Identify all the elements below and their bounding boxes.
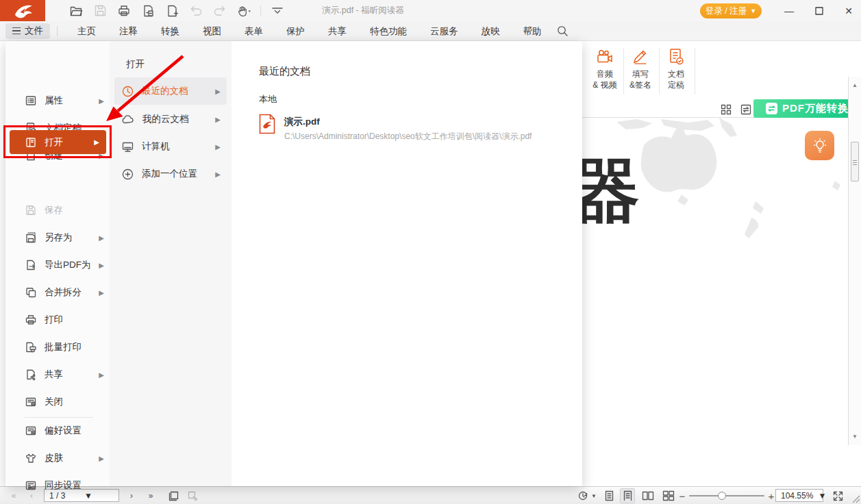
skin-tshirt-icon xyxy=(25,452,37,464)
statusbar: « ‹ 1 / 3 ▼ › » ▼ − + xyxy=(0,486,861,504)
location-cloud-documents[interactable]: 我的云文档 ▶ xyxy=(114,105,227,133)
tab-help[interactable]: 帮助 xyxy=(512,21,553,41)
close-document-icon xyxy=(25,396,37,408)
tab-cloud[interactable]: 云服务 xyxy=(419,21,470,41)
add-place-icon xyxy=(121,168,134,181)
select-text-icon[interactable] xyxy=(185,488,200,503)
tab-present[interactable]: 放映 xyxy=(470,21,512,41)
file-menu-item-close[interactable]: 关闭 xyxy=(5,388,110,416)
login-register-button[interactable]: 登录 / 注册 ▼ xyxy=(700,3,762,18)
next-page-button[interactable]: › xyxy=(125,487,138,504)
search-icon[interactable] xyxy=(556,25,569,37)
submenu-arrow-icon: ▶ xyxy=(215,88,221,95)
file-menu-button[interactable]: 文件 xyxy=(5,23,50,39)
tab-home[interactable]: 主页 xyxy=(66,21,108,41)
resize-grip[interactable] xyxy=(849,492,860,503)
save-icon xyxy=(25,204,37,216)
rotate-view-icon[interactable] xyxy=(575,488,590,503)
tab-convert[interactable]: 转换 xyxy=(149,21,191,41)
tab-comment[interactable]: 注释 xyxy=(108,21,149,41)
tab-share[interactable]: 共享 xyxy=(316,21,358,41)
fill-sign-button[interactable]: 填写 &签名 xyxy=(623,45,658,99)
maximize-icon xyxy=(815,7,823,15)
open-file-icon[interactable] xyxy=(68,3,84,18)
page-thumbnails-icon[interactable] xyxy=(719,103,733,116)
local-section-label: 本地 xyxy=(259,93,277,105)
hand-tool-icon[interactable] xyxy=(236,3,251,18)
finalize-document-button[interactable]: 文档 定稿 xyxy=(659,45,693,99)
file-menu-overlay: 属性 ▶ 文档定稿 创建 ▶ 打开 ▶ 保存 xyxy=(5,41,582,486)
submenu-arrow-icon: ▶ xyxy=(215,116,221,123)
file-menu-item-print[interactable]: 打印 xyxy=(5,306,110,333)
submenu-arrow-icon: ▶ xyxy=(215,143,221,151)
file-menu-item-preferences[interactable]: 偏好设置 xyxy=(5,417,110,444)
file-menu-item-save[interactable]: 保存 xyxy=(5,197,110,224)
scrollbar-thumb[interactable] xyxy=(851,142,859,181)
menubar-divider xyxy=(57,26,58,36)
continuous-facing-view-icon[interactable] xyxy=(661,488,676,503)
submenu-arrow-icon: ▶ xyxy=(99,262,104,269)
zoom-slider-thumb[interactable] xyxy=(718,492,726,500)
file-menu-item-save-as[interactable]: 另存为 ▶ xyxy=(5,224,110,251)
file-menu-item-export-pdf[interactable]: 导出PDF为 ▶ xyxy=(5,251,110,279)
convert-document-icon[interactable] xyxy=(140,3,155,18)
submenu-arrow-icon: ▶ xyxy=(94,138,99,146)
recent-file-path: C:\Users\Administrator\Desktop\seo软文工作培训… xyxy=(284,128,532,142)
computer-icon xyxy=(121,141,134,153)
pdf-page-view[interactable]: 器 xyxy=(579,118,848,486)
new-document-icon[interactable] xyxy=(164,3,179,18)
foxit-logo-icon xyxy=(11,3,34,19)
print-icon xyxy=(25,314,37,326)
recent-file-name: 演示.pdf xyxy=(284,114,532,128)
pdf-converter-button[interactable]: PDF万能转换 xyxy=(753,99,861,118)
close-button[interactable]: ✕ xyxy=(837,0,860,21)
continuous-view-icon[interactable] xyxy=(620,488,635,503)
fullscreen-icon[interactable] xyxy=(830,488,845,503)
file-menu-item-sync-settings[interactable]: 同步设置 xyxy=(5,472,110,499)
location-computer[interactable]: 计算机 ▶ xyxy=(114,133,227,160)
recent-documents-panel: 最近的文档 本地 演示.pdf C:\Users\Administrator\D… xyxy=(232,41,582,486)
submenu-arrow-icon: ▶ xyxy=(99,371,104,379)
tab-form[interactable]: 表单 xyxy=(233,21,275,41)
zoom-dropdown-caret-icon[interactable]: ▼ xyxy=(813,491,830,501)
undo-icon[interactable] xyxy=(188,3,203,18)
file-menu-item-skin[interactable]: 皮肤 ▶ xyxy=(5,444,110,472)
tab-view[interactable]: 视图 xyxy=(191,21,233,41)
ribbon-divider xyxy=(695,48,695,94)
audio-video-button[interactable]: 音频 & 视频 xyxy=(588,45,622,99)
save-icon[interactable] xyxy=(92,3,108,18)
file-menu-item-batch-print[interactable]: 批量打印 xyxy=(5,333,110,361)
file-menu-item-merge-split[interactable]: 合并拆分 ▶ xyxy=(5,279,110,306)
file-menu-sidebar: 属性 ▶ 文档定稿 创建 ▶ 打开 ▶ 保存 xyxy=(5,41,110,486)
single-page-view-icon[interactable] xyxy=(601,488,616,503)
vertical-scrollbar[interactable]: ▲ ▼ xyxy=(848,77,861,445)
submenu-arrow-icon: ▶ xyxy=(99,455,104,462)
tab-protect[interactable]: 保护 xyxy=(275,21,316,41)
last-page-button[interactable]: » xyxy=(142,487,159,504)
snapshot-icon[interactable] xyxy=(166,488,181,503)
properties-icon xyxy=(25,94,37,107)
location-add-a-place[interactable]: 添加一个位置 ▶ xyxy=(114,160,227,188)
redo-icon[interactable] xyxy=(212,3,227,18)
location-recent-documents[interactable]: 最近的文档 ▶ xyxy=(114,77,227,105)
facing-view-icon[interactable] xyxy=(640,488,656,503)
home-ribbon: 音频 & 视频 填写 &签名 xyxy=(579,41,861,101)
zoom-level-input[interactable]: 104.55% ▼ xyxy=(775,489,823,502)
minimize-button[interactable]: — xyxy=(777,0,801,21)
hamburger-icon xyxy=(12,27,21,34)
maximize-button[interactable] xyxy=(808,0,831,21)
tab-features[interactable]: 特色功能 xyxy=(358,21,419,41)
scroll-down-icon[interactable]: ▼ xyxy=(849,433,861,440)
tips-bulb-button[interactable] xyxy=(805,131,834,160)
zoom-slider-track[interactable] xyxy=(689,495,764,496)
reflow-view-icon[interactable] xyxy=(739,103,753,116)
rotate-caret-icon[interactable]: ▼ xyxy=(589,487,599,504)
file-menu-item-properties[interactable]: 属性 ▶ xyxy=(5,87,110,114)
scroll-up-icon[interactable]: ▲ xyxy=(849,82,861,88)
zoom-out-button[interactable]: − xyxy=(677,487,688,504)
file-menu-item-open[interactable]: 打开 ▶ xyxy=(10,130,106,154)
file-menu-item-share[interactable]: 共享 ▶ xyxy=(5,361,110,388)
print-icon[interactable] xyxy=(116,3,132,18)
recent-file-item[interactable]: 演示.pdf C:\Users\Administrator\Desktop\se… xyxy=(259,114,560,144)
app-logo[interactable] xyxy=(0,0,45,21)
